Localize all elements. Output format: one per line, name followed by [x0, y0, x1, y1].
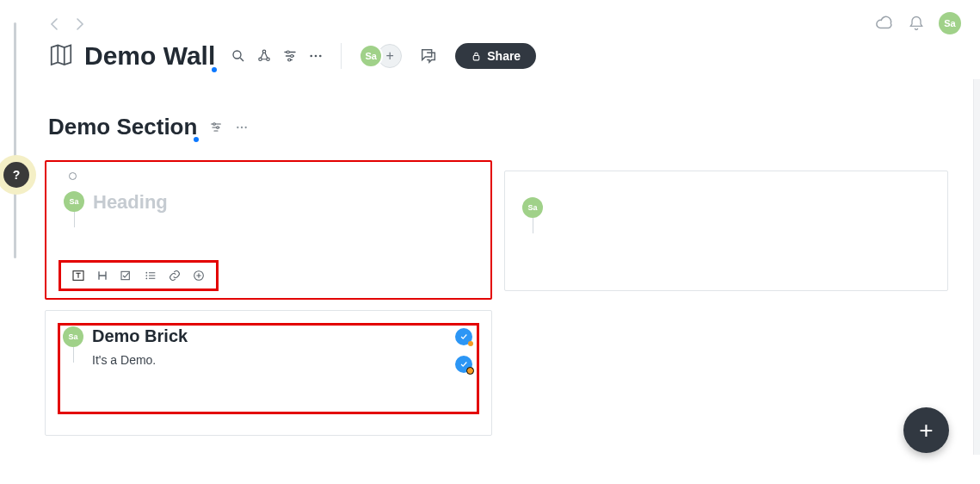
page-header: Demo Wall Sa + Share [48, 41, 946, 71]
svg-point-13 [237, 126, 239, 127]
author-avatar: Sa [63, 326, 83, 347]
section-header: Demo Section [48, 114, 249, 140]
header-actions [231, 48, 324, 64]
svg-point-0 [233, 51, 241, 59]
divider [341, 43, 342, 69]
svg-point-4 [287, 51, 290, 53]
svg-point-7 [311, 55, 313, 58]
svg-point-19 [145, 275, 147, 276]
author-avatar: Sa [522, 197, 543, 218]
verified-icon[interactable] [455, 328, 472, 345]
svg-point-3 [267, 58, 269, 60]
cloud-icon[interactable] [875, 14, 894, 33]
author-rail: Sa [522, 197, 543, 233]
timeline-stem [533, 218, 533, 233]
section-filter-icon[interactable] [209, 121, 223, 134]
svg-point-6 [288, 59, 291, 61]
svg-point-14 [241, 126, 243, 127]
formatting-toolbar [59, 260, 219, 291]
heading-tool-icon[interactable] [93, 266, 112, 285]
verified-icon[interactable] [455, 356, 472, 373]
text-tool-icon[interactable] [69, 266, 88, 285]
bell-icon[interactable] [908, 15, 925, 32]
brick-body[interactable]: It's a Demo. [92, 353, 474, 367]
timeline-stem [74, 212, 75, 227]
status-badges [455, 328, 472, 373]
forward-icon[interactable] [72, 17, 86, 31]
list-tool-icon[interactable] [141, 266, 160, 285]
svg-point-9 [319, 55, 322, 58]
comments-icon[interactable] [419, 47, 438, 65]
link-tool-icon[interactable] [165, 266, 184, 285]
scrollbar[interactable] [973, 79, 980, 455]
card-new[interactable]: Sa Heading [45, 160, 492, 300]
add-tool-icon[interactable] [189, 266, 208, 285]
author-rail: Sa [63, 326, 83, 363]
card-demo-brick[interactable]: Sa Demo Brick It's a Demo. [45, 310, 492, 436]
help-button[interactable]: ? [3, 162, 29, 188]
more-icon[interactable] [308, 48, 324, 64]
collaborators: Sa + [359, 44, 402, 68]
svg-point-20 [145, 277, 147, 279]
lock-icon [471, 51, 482, 62]
svg-point-11 [213, 122, 216, 125]
checklist-tool-icon[interactable] [117, 266, 136, 285]
brick-title[interactable]: Demo Brick [92, 326, 474, 346]
back-icon[interactable] [48, 17, 62, 31]
svg-point-5 [291, 55, 293, 58]
section-title[interactable]: Demo Section [48, 114, 197, 140]
svg-point-8 [315, 55, 317, 58]
left-rail [0, 0, 19, 484]
nav-arrows [48, 17, 86, 31]
author-rail: Sa [64, 191, 84, 227]
section-more-icon[interactable] [235, 121, 249, 134]
filter-icon[interactable] [282, 48, 298, 64]
collab-avatar[interactable]: Sa [359, 44, 383, 68]
svg-point-2 [259, 58, 262, 60]
svg-point-15 [245, 126, 247, 127]
wall-title[interactable]: Demo Wall [84, 41, 215, 71]
author-avatar: Sa [64, 191, 84, 212]
avatar[interactable]: Sa [939, 12, 961, 34]
share-label: Share [487, 49, 521, 63]
card-empty[interactable]: Sa [504, 171, 948, 291]
add-fab[interactable]: + [903, 407, 949, 453]
graph-icon[interactable] [256, 48, 272, 64]
share-button[interactable]: Share [455, 43, 536, 69]
svg-point-18 [145, 272, 147, 274]
topbar-right: Sa [875, 12, 961, 34]
wall-icon [48, 43, 74, 69]
timeline-stem [73, 347, 74, 363]
svg-rect-10 [474, 55, 480, 59]
svg-point-12 [217, 126, 219, 128]
heading-input[interactable]: Heading [93, 191, 473, 214]
search-icon[interactable] [231, 48, 246, 64]
